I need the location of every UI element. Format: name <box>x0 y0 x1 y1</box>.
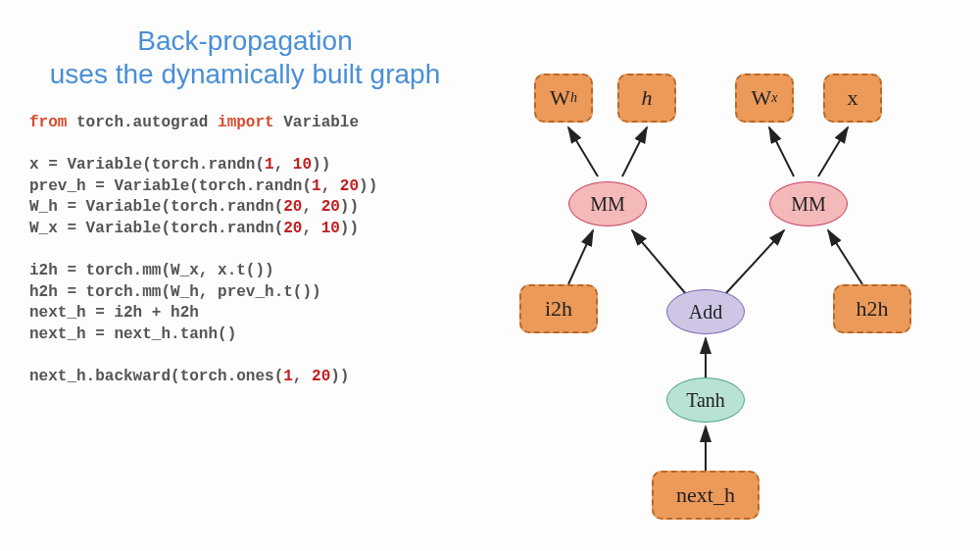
num-1b: 10 <box>293 156 312 174</box>
kw-from: from <box>29 114 67 131</box>
node-mm-left: MM <box>568 181 647 226</box>
mm1-label: MM <box>590 193 625 216</box>
rp-2: )) <box>359 177 377 195</box>
num-4b: 10 <box>321 220 340 237</box>
rp-9: )) <box>330 368 349 385</box>
mm2-label: MM <box>791 193 826 216</box>
kw-import: import <box>218 114 274 131</box>
code-l6: h2h = torch.mm(W_h, prev_h.t()) <box>29 283 321 301</box>
num-9b: 20 <box>312 368 330 385</box>
node-x: x <box>823 74 882 123</box>
node-next-h: next_h <box>652 471 760 520</box>
code-l5: i2h = torch.mm(W_x, x.t()) <box>29 262 274 279</box>
svg-line-7 <box>828 230 862 284</box>
code-l9a: next_h.backward(torch.ones( <box>29 368 283 385</box>
svg-line-2 <box>769 127 794 176</box>
add-label: Add <box>689 301 722 324</box>
comma-2: , <box>321 177 340 195</box>
code-l1a: x = Variable(torch.randn( <box>29 156 265 174</box>
rp-1: )) <box>312 156 330 174</box>
node-h2h: h2h <box>833 284 911 333</box>
node-i2h: i2h <box>519 284 598 333</box>
comma-9: , <box>293 368 312 385</box>
code-l3a: W_h = Variable(torch.randn( <box>29 198 283 216</box>
code-l7: next_h = i2h + h2h <box>29 304 199 322</box>
node-tanh: Tanh <box>666 377 745 423</box>
Wx-label: W <box>752 85 772 111</box>
num-2a: 1 <box>312 177 321 195</box>
node-add: Add <box>666 289 745 334</box>
h2h-label: h2h <box>857 296 889 322</box>
num-9a: 1 <box>283 368 293 385</box>
svg-line-3 <box>818 127 848 176</box>
node-Wh: Wh <box>534 74 593 123</box>
next-h-label: next_h <box>676 482 735 508</box>
rp-3: )) <box>340 198 359 216</box>
x-label: x <box>848 85 858 111</box>
svg-line-5 <box>632 230 686 294</box>
num-1a: 1 <box>265 156 274 174</box>
Wh-sub: h <box>570 90 577 106</box>
title-line-2: uses the dynamically built graph <box>50 59 440 89</box>
num-2b: 20 <box>340 177 359 195</box>
title-line-1: Back-propagation <box>137 25 352 56</box>
i2h-label: i2h <box>545 296 572 322</box>
comma-3: , <box>302 198 320 216</box>
num-3a: 20 <box>283 198 302 216</box>
code-l4a: W_x = Variable(torch.randn( <box>29 220 283 237</box>
code-mod: torch.autograd <box>67 114 218 131</box>
comma-4: , <box>302 220 320 237</box>
code-l8: next_h = next_h.tanh() <box>29 326 236 343</box>
node-Wx: Wx <box>735 74 794 123</box>
num-4a: 20 <box>283 220 302 237</box>
svg-line-4 <box>568 230 593 284</box>
code-imp: Variable <box>274 114 359 131</box>
node-h: h <box>617 74 676 123</box>
comma-1: , <box>274 156 293 174</box>
code-l2a: prev_h = Variable(torch.randn( <box>29 177 312 195</box>
code-block: from torch.autograd import Variable x = … <box>29 113 470 388</box>
num-3b: 20 <box>321 198 340 216</box>
rp-4: )) <box>340 220 359 237</box>
node-mm-right: MM <box>769 181 848 226</box>
computation-graph: Wh h Wx x MM MM i2h Add h2h Tanh next_h <box>490 39 960 529</box>
Wx-sub: x <box>771 90 777 106</box>
slide-title: Back-propagation uses the dynamically bu… <box>29 25 461 90</box>
tanh-label: Tanh <box>686 389 725 412</box>
Wh-label: W <box>550 85 570 111</box>
svg-line-6 <box>725 230 784 294</box>
svg-line-0 <box>568 127 598 176</box>
svg-line-1 <box>622 127 647 176</box>
h-label: h <box>642 85 653 111</box>
